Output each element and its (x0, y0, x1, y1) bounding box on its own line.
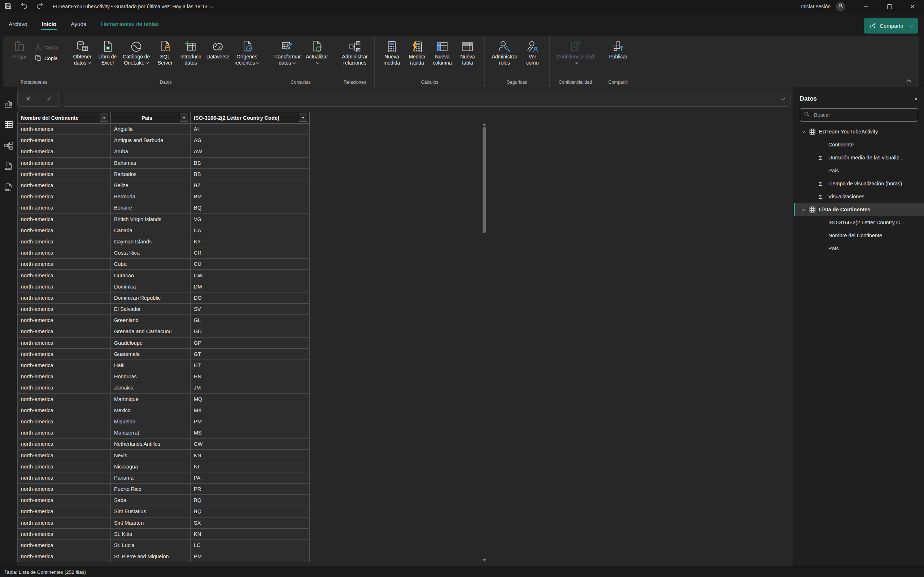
onelake-catalog-button[interactable]: Catálogo deOneLake (120, 39, 153, 67)
filter-dropdown-button[interactable] (299, 114, 307, 122)
quick-measure-button[interactable]: Medidarápida (404, 39, 430, 67)
minimize-button[interactable] (855, 0, 878, 13)
formula-commit-button[interactable]: ✓ (47, 95, 52, 103)
report-view-button[interactable] (0, 95, 17, 115)
table-cell[interactable]: Honduras (111, 371, 191, 382)
table-cell[interactable]: CW (191, 270, 310, 281)
document-title[interactable]: EDTeam-YouTubeActivity • Guardado por úl… (53, 3, 213, 10)
table-cell[interactable]: north-america (18, 124, 111, 135)
table-cell[interactable]: SX (191, 517, 310, 529)
redo-button[interactable] (32, 0, 48, 13)
tab-archivo[interactable]: Archivo (8, 18, 28, 31)
table-cell[interactable]: north-america (18, 484, 111, 495)
table-cell[interactable]: north-america (18, 427, 111, 438)
table-cell[interactable]: Barbados (111, 169, 191, 180)
table-cell[interactable]: HN (191, 371, 310, 382)
table-cell[interactable]: PM (191, 551, 310, 562)
table-cell[interactable]: Miquelon (111, 416, 191, 427)
table-cell[interactable]: BS (191, 158, 310, 169)
table-cell[interactable]: north-america (18, 270, 111, 281)
scroll-up-arrow[interactable] (483, 123, 486, 126)
table-cell[interactable]: Grenada and Carriacuou (111, 326, 191, 337)
table-cell[interactable]: BQ (191, 495, 310, 506)
column-header[interactable]: ISO-3166-2(2 Letter Country Code) (191, 112, 310, 124)
table-cell[interactable]: Netherlands Antilles (111, 438, 191, 450)
table-cell[interactable]: PM (191, 416, 310, 427)
model-view-button[interactable] (0, 136, 17, 156)
new-column-button[interactable]: Nuevacolumna (430, 39, 455, 67)
tab-ayuda[interactable]: Ayuda (70, 18, 87, 31)
table-cell[interactable]: GP (191, 338, 310, 349)
table-cell[interactable]: PA (191, 472, 310, 484)
table-cell[interactable]: BB (191, 169, 310, 180)
scroll-down-arrow[interactable] (483, 559, 486, 561)
table-cell[interactable]: VG (191, 214, 310, 225)
tree-field-row[interactable]: ΣVisualizaciones (794, 190, 924, 203)
table-cell[interactable]: north-america (18, 315, 111, 326)
table-cell[interactable]: north-america (18, 292, 111, 304)
table-cell[interactable]: SV (191, 304, 310, 315)
table-cell[interactable]: BZ (191, 180, 310, 191)
table-cell[interactable]: north-america (18, 247, 111, 259)
table-cell[interactable]: Greenland (111, 315, 191, 326)
table-cell[interactable]: north-america (18, 360, 111, 371)
table-cell[interactable]: north-america (18, 214, 111, 225)
table-cell[interactable]: Mexico (111, 405, 191, 416)
transform-data-button[interactable]: Transformardatos (271, 39, 303, 67)
tree-field-row[interactable]: ΣDuración media de las visualiz... (794, 151, 924, 164)
table-cell[interactable]: Costa Rica (111, 247, 191, 259)
refresh-button[interactable]: Actualizar (303, 39, 330, 67)
vertical-scrollbar-thumb[interactable] (483, 127, 486, 233)
table-cell[interactable]: St. Lucia (111, 540, 191, 551)
table-cell[interactable]: Panama (111, 472, 191, 484)
account-avatar[interactable] (835, 2, 845, 11)
table-cell[interactable]: north-america (18, 326, 111, 337)
table-cell[interactable]: north-america (18, 540, 111, 551)
table-cell[interactable]: north-america (18, 259, 111, 270)
table-cell[interactable]: north-america (18, 371, 111, 382)
collapse-ribbon-button[interactable] (904, 77, 914, 84)
column-header[interactable]: Nombre del Continente (18, 112, 111, 124)
table-cell[interactable]: Saba (111, 495, 191, 506)
table-cell[interactable]: Guatemala (111, 349, 191, 360)
chevron-down-icon[interactable] (802, 207, 805, 211)
tree-field-row[interactable]: ISO-3166-2(2 Letter Country C... (794, 216, 924, 229)
table-cell[interactable]: Aruba (111, 146, 191, 157)
table-cell[interactable]: Haiti (111, 360, 191, 371)
tree-table-row[interactable]: EDTeam-YouTubeActivity (794, 125, 924, 138)
table-cell[interactable]: British Virgin Islands (111, 214, 191, 225)
enter-data-button[interactable]: Introducirdatos (178, 39, 204, 67)
table-cell[interactable]: PR (191, 484, 310, 495)
table-cell[interactable]: north-america (18, 236, 111, 247)
dataverse-button[interactable]: Dataverse (204, 39, 232, 61)
table-cell[interactable]: AI (191, 124, 310, 135)
table-cell[interactable]: Curacao (111, 270, 191, 281)
table-cell[interactable]: Montserrat (111, 427, 191, 438)
table-cell[interactable]: north-america (18, 169, 111, 180)
table-cell[interactable]: Bahamas (111, 158, 191, 169)
close-button[interactable]: ✕ (901, 0, 924, 13)
table-cell[interactable]: north-america (18, 180, 111, 191)
table-cell[interactable]: north-america (18, 304, 111, 315)
table-cell[interactable]: Sint Eustatius (111, 506, 191, 517)
new-measure-button[interactable]: Nuevamedida (379, 39, 404, 67)
table-cell[interactable]: Belize (111, 180, 191, 191)
tree-field-row[interactable]: Continente (794, 138, 924, 151)
table-cell[interactable]: KN (191, 529, 310, 540)
tab-herramientas-de-tablas[interactable]: Herramientas de tablas (100, 18, 160, 31)
table-cell[interactable]: CU (191, 259, 310, 270)
table-cell[interactable]: KY (191, 236, 310, 247)
table-cell[interactable]: north-america (18, 202, 111, 213)
excel-workbook-button[interactable]: Libro deExcel (95, 39, 120, 67)
copy-button[interactable]: Copia (32, 53, 61, 64)
manage-relationships-button[interactable]: Administrarrelaciones (340, 39, 370, 67)
sign-in-link[interactable]: Iniciar sesión (801, 3, 830, 10)
table-cell[interactable]: Cuba (111, 259, 191, 270)
table-cell[interactable]: AG (191, 135, 310, 146)
table-cell[interactable]: Bermuda (111, 191, 191, 202)
collapse-pane-icon[interactable]: » (914, 95, 918, 102)
tab-inicio[interactable]: Inicio (41, 18, 57, 31)
dax-query-view-button[interactable]: DAX (0, 157, 17, 177)
table-cell[interactable]: north-america (18, 281, 111, 292)
formula-input[interactable] (63, 96, 779, 102)
